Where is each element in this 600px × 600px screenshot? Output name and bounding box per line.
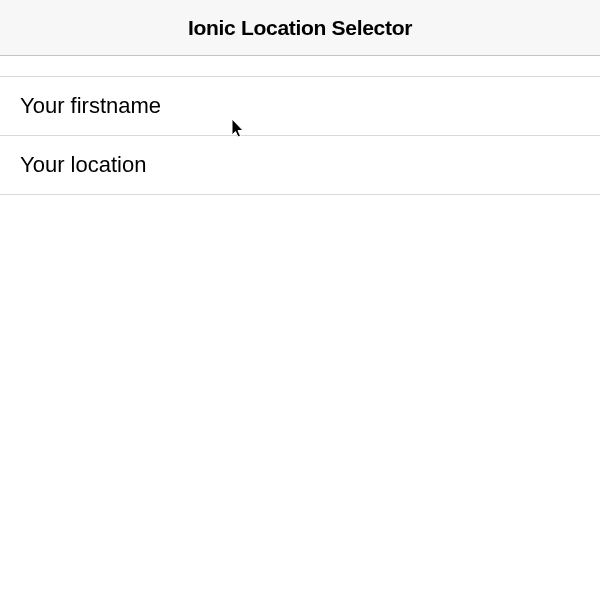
form-list: [0, 56, 600, 195]
page-title: Ionic Location Selector: [188, 16, 412, 40]
content-area: [0, 56, 600, 600]
app-header: Ionic Location Selector: [0, 0, 600, 56]
firstname-item: [0, 76, 600, 136]
location-item: [0, 135, 600, 195]
location-input[interactable]: [20, 136, 580, 194]
firstname-input[interactable]: [20, 77, 580, 135]
